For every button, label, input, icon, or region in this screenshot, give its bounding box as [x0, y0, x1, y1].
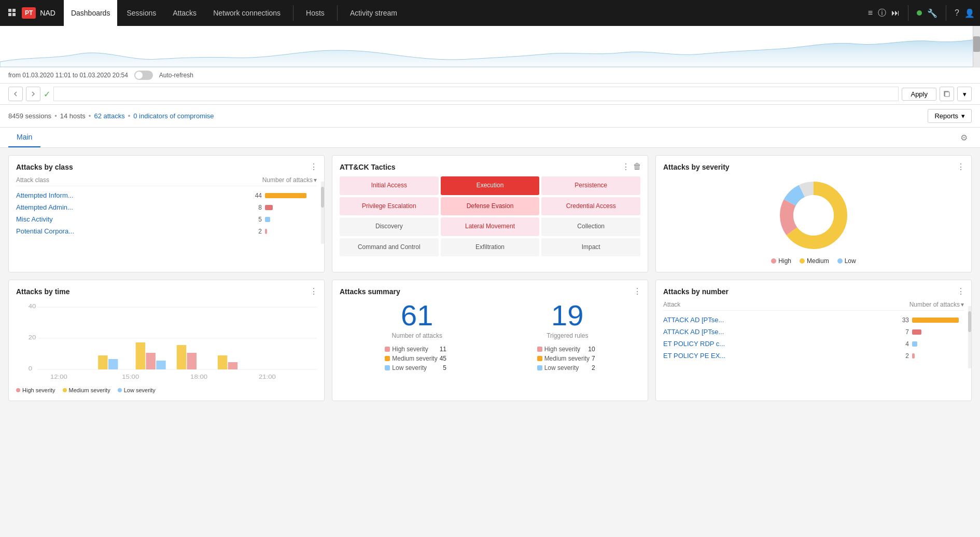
brand-name: NAD [40, 9, 55, 17]
svg-rect-1 [12, 9, 16, 12]
attack-class-link[interactable]: Attempted Inform... [16, 191, 246, 199]
dropdown-button[interactable]: ▾ [957, 87, 972, 101]
status-dot [917, 10, 922, 16]
tactic-exfiltration[interactable]: Exfiltration [441, 238, 540, 257]
help-icon[interactable]: ? [955, 8, 959, 18]
medium-circle [63, 388, 67, 392]
col-num-attacks2: Number of attacks ▾ [909, 301, 964, 308]
tactic-defense-evasion[interactable]: Defense Evasion [441, 197, 540, 216]
attacks-by-number-menu[interactable]: ⋮ [957, 286, 965, 296]
back-button[interactable] [8, 87, 23, 101]
forward-button[interactable] [26, 87, 40, 101]
table-row: ATTACK AD [PTse... 33 [663, 314, 964, 326]
low-sev-count: 5 [443, 364, 446, 371]
attck-tactics-card: ATT&CK Tactics ⋮ 🗑 Initial Access Execut… [332, 155, 648, 272]
info-icon[interactable]: ⓘ [878, 8, 886, 19]
severity-row: Low severity 5 [385, 363, 446, 373]
auto-refresh-toggle[interactable] [134, 71, 153, 80]
attacks-summary-menu[interactable]: ⋮ [633, 286, 641, 296]
user-icon[interactable]: 👤 [964, 8, 975, 18]
stats-bar: 8459 sessions • 14 hosts • 62 attacks • … [0, 105, 980, 128]
reports-button[interactable]: Reports ▾ [928, 109, 972, 123]
dots-icon[interactable]: ⋮ [622, 162, 630, 172]
tactic-collection[interactable]: Collection [541, 217, 640, 236]
copy-button[interactable] [940, 87, 954, 101]
attacks-by-class-menu[interactable]: ⋮ [310, 162, 318, 172]
tactic-impact[interactable]: Impact [541, 238, 640, 257]
medium-label: Medium [807, 257, 829, 265]
severity-col-right: High severity 10 Medium severity 7 Low s… [537, 345, 595, 373]
table-row: Attempted Inform... 44 [16, 189, 317, 201]
attack-class-link[interactable]: Misc Activity [16, 215, 246, 223]
reports-label: Reports [934, 112, 958, 120]
low-severity-label: Low severity [124, 387, 156, 393]
tactic-lateral-movement[interactable]: Lateral Movement [441, 217, 540, 236]
time-chart: 40 20 0 12:00 [16, 301, 317, 384]
severity-row: High severity 11 [385, 345, 446, 354]
nav-sessions[interactable]: Sessions [119, 0, 163, 26]
attck-tactics-title: ATT&CK Tactics [340, 163, 640, 171]
svg-rect-4 [945, 92, 949, 97]
attacks-by-number-header: Attack Number of attacks ▾ [663, 301, 964, 311]
tactic-execution[interactable]: Execution [441, 176, 540, 195]
attack-class-link[interactable]: Potential Corpora... [16, 227, 246, 235]
attack-name-link[interactable]: ATTACK AD [PTse... [663, 316, 893, 324]
attack-name-link[interactable]: ET POLICY PE EX... [663, 352, 893, 360]
pie-container: High Medium Low [663, 176, 964, 265]
high-sev-label: High severity [392, 346, 437, 353]
nav-dashboards[interactable]: Dashboards [64, 0, 118, 26]
low-sev-dot [385, 365, 390, 370]
nav-activity[interactable]: Activity stream [343, 0, 404, 26]
summary-rows: High severity 11 Medium severity 45 Low … [340, 345, 640, 373]
attacks-by-severity-menu[interactable]: ⋮ [957, 162, 965, 172]
nav-hosts[interactable]: Hosts [299, 0, 332, 26]
attack-count: 44 [246, 192, 262, 199]
attacks-by-number-title: Attacks by number [663, 287, 964, 296]
total-attacks-num: 61 [392, 301, 442, 330]
attacks-count[interactable]: 62 attacks [94, 112, 124, 120]
attacks-by-number-card: Attacks by number ⋮ Attack Number of att… [655, 280, 972, 401]
tactic-discovery[interactable]: Discovery [340, 217, 439, 236]
svg-rect-22 [187, 353, 197, 369]
tactic-command-and-control[interactable]: Command and Control [340, 238, 439, 257]
tactic-persistence[interactable]: Persistence [541, 176, 640, 195]
menu-icon[interactable]: ≡ [868, 8, 873, 18]
col-attack-class: Attack class [16, 176, 262, 184]
attacks-by-severity-card: Attacks by severity ⋮ H [655, 155, 972, 272]
wrench-icon[interactable]: 🔧 [927, 8, 937, 18]
attack-name-link[interactable]: ATTACK AD [PTse... [663, 328, 893, 336]
svg-text:15:00: 15:00 [122, 374, 139, 380]
trash-icon[interactable]: 🗑 [633, 162, 641, 172]
attacks-by-time-title: Attacks by time [16, 287, 317, 296]
search-input[interactable] [53, 87, 899, 101]
table-row: ATTACK AD [PTse... 7 [663, 326, 964, 338]
attck-tactics-menu[interactable]: ⋮ 🗑 [622, 162, 641, 172]
apply-button[interactable]: Apply [902, 88, 936, 101]
total-attacks: 61 Number of attacks [392, 301, 442, 339]
triggered-rules: 19 Triggered rules [547, 301, 588, 339]
nav-attacks[interactable]: Attacks [165, 0, 204, 26]
attack-name-link[interactable]: ET POLICY RDP c... [663, 340, 893, 348]
attack-class-link[interactable]: Attempted Admin... [16, 203, 246, 211]
high-sev-count: 11 [440, 346, 446, 353]
low-circle [118, 388, 122, 392]
forward-icon[interactable]: ⏭ [891, 8, 900, 18]
tactic-privilege-escalation[interactable]: Privilege Escalation [340, 197, 439, 216]
indicators-count[interactable]: 0 indicators of compromise [133, 112, 214, 120]
low-sev-dot2 [537, 365, 542, 370]
attacks-by-time-menu[interactable]: ⋮ [310, 286, 318, 296]
attacks-by-class-list: Attempted Inform... 44 Attempted Admin..… [16, 189, 317, 237]
icon-sep2 [946, 5, 946, 21]
settings-icon[interactable]: ⚙ [956, 129, 972, 147]
grid-icon[interactable] [5, 6, 20, 20]
tactic-initial-access[interactable]: Initial Access [340, 176, 439, 195]
nav-network[interactable]: Network connections [206, 0, 288, 26]
legend-low-severity: Low severity [118, 387, 156, 393]
attacks-summary-title: Attacks summary [340, 287, 640, 296]
high-sev-dot [385, 347, 390, 352]
tab-main[interactable]: Main [8, 128, 40, 147]
svg-rect-16 [98, 355, 107, 369]
low-sev-label2: Low severity [544, 364, 590, 371]
attacks-by-severity-title: Attacks by severity [663, 163, 964, 171]
tactic-credential-access[interactable]: Credential Access [541, 197, 640, 216]
